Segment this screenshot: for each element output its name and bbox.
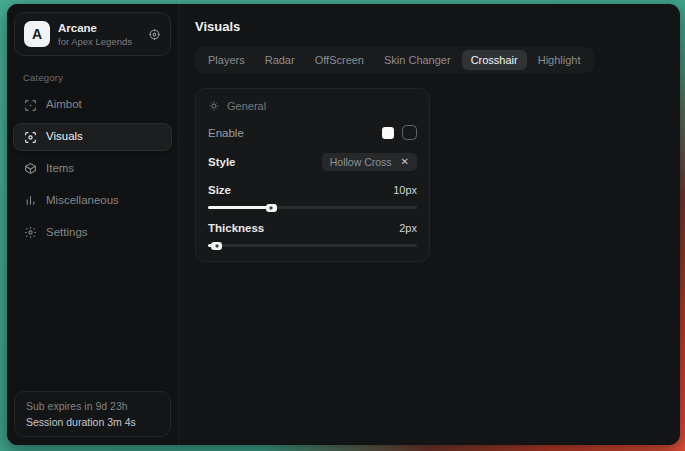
subscription-status-card: Sub expires in 9d 23h Session duration 3… [14,391,171,437]
category-label: Category [23,72,178,83]
enable-checkbox[interactable] [402,125,417,140]
sidebar-item-items[interactable]: Items [13,155,172,183]
thickness-slider[interactable] [208,244,417,247]
enable-label: Enable [208,127,244,139]
sidebar-item-aimbot[interactable]: Aimbot [13,91,172,119]
bars-icon [24,194,37,207]
sidebar: A Arcane for Apex Legends Category [7,4,179,445]
sidebar-item-miscellaneous[interactable]: Miscellaneous [13,187,172,215]
thickness-value: 2px [399,222,417,234]
sidebar-item-visuals[interactable]: Visuals [13,123,172,151]
tab-offscreen[interactable]: OffScreen [306,50,373,70]
sidebar-item-label: Items [46,162,74,176]
remove-style-icon[interactable]: ✕ [401,157,409,167]
thickness-label: Thickness [208,222,264,234]
style-label: Style [208,156,236,168]
size-label: Size [208,184,231,196]
tab-crosshair[interactable]: Crosshair [462,50,527,70]
thickness-row: Thickness 2px [208,222,417,234]
sidebar-item-settings[interactable]: Settings [13,219,172,247]
sidebar-nav: Aimbot Visuals Items [7,91,178,246]
crosshair-icon [24,99,37,112]
app-window: A Arcane for Apex Legends Category [7,4,680,445]
size-slider-thumb[interactable] [266,204,277,212]
tab-skin-changer[interactable]: Skin Changer [375,50,460,70]
visuals-tabbar: Players Radar OffScreen Skin Changer Cro… [195,47,594,73]
thickness-slider-fill [208,244,216,247]
style-value: Hollow Cross [330,156,392,168]
style-row: Style Hollow Cross ✕ [208,153,417,171]
size-row: Size 10px [208,184,417,196]
sidebar-item-label: Settings [46,226,88,240]
app-logo: A [24,21,50,47]
sidebar-item-label: Visuals [46,130,83,144]
sub-expires-text: Sub expires in 9d 23h [26,400,159,412]
scope-icon[interactable] [148,28,161,41]
sidebar-item-label: Miscellaneous [46,194,119,208]
app-card: A Arcane for Apex Legends [14,12,171,56]
general-panel: General Enable Style Hollow Cross ✕ Size… [195,88,430,262]
session-duration-text: Session duration 3m 4s [26,416,159,428]
style-select[interactable]: Hollow Cross ✕ [322,153,417,171]
box-icon [24,162,37,175]
tab-players[interactable]: Players [199,50,254,70]
panel-header: General [208,100,417,112]
app-card-text: Arcane for Apex Legends [58,21,140,47]
tab-radar[interactable]: Radar [256,50,304,70]
general-icon [208,100,220,112]
sidebar-item-label: Aimbot [46,98,82,112]
app-subtitle: for Apex Legends [58,36,140,47]
tab-highlight[interactable]: Highlight [529,50,590,70]
app-name: Arcane [58,21,140,35]
main-content: Visuals Players Radar OffScreen Skin Cha… [179,4,680,445]
size-slider-fill [208,206,271,209]
scan-eye-icon [24,131,37,144]
thickness-slider-thumb[interactable] [211,242,222,250]
crosshair-color-swatch[interactable] [382,127,394,139]
page-title: Visuals [195,19,664,34]
enable-row: Enable [208,125,417,140]
gear-icon [24,226,37,239]
size-slider[interactable] [208,206,417,209]
panel-title: General [227,100,266,112]
size-value: 10px [393,184,417,196]
